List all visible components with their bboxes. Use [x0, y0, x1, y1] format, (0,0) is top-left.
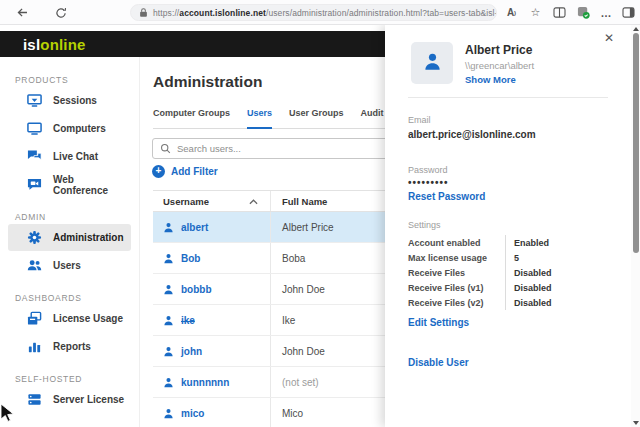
gear-icon: [27, 230, 42, 245]
sidebar-item-label: Web Conference: [53, 174, 131, 196]
detail-user-domain: \\greencar\albert: [465, 60, 534, 71]
extension-button[interactable]: [575, 4, 592, 21]
sidebar-item-server-license[interactable]: Server License: [8, 386, 131, 413]
user-person-icon: [163, 377, 174, 388]
username-link[interactable]: ike: [181, 315, 195, 326]
reset-password-link[interactable]: Reset Password: [408, 191, 485, 202]
sidebar-item-license-usage[interactable]: License Usage: [8, 305, 131, 332]
setting-row: Receive Files (v1) Disabled: [408, 280, 610, 295]
column-header-username[interactable]: Username: [153, 196, 270, 207]
page-scrollbar[interactable]: [631, 25, 640, 427]
search-icon: [160, 140, 171, 158]
scrollbar-thumb[interactable]: [633, 33, 639, 253]
read-aloud-button[interactable]: A: [503, 4, 520, 21]
tab-audit[interactable]: Audit: [361, 108, 384, 128]
add-filter-label: Add Filter: [171, 166, 218, 177]
username-link[interactable]: john: [181, 346, 202, 357]
avatar: [411, 42, 453, 84]
sidebar-item-live-chat[interactable]: Live Chat: [8, 143, 131, 170]
sidebar-item-label: Computers: [53, 123, 106, 134]
tab-computer-groups[interactable]: Computer Groups: [153, 108, 230, 128]
extension-check-icon: [577, 6, 590, 19]
sidebar-item-sessions[interactable]: Sessions: [8, 87, 131, 114]
user-person-icon: [163, 408, 174, 419]
refresh-button[interactable]: [52, 4, 69, 21]
reports-icon: [27, 339, 42, 354]
show-more-link[interactable]: Show More: [465, 74, 516, 85]
username-link[interactable]: kunnnnnn: [181, 377, 229, 388]
sidebar-nav: PRODUCTS Sessions Computers Live Chat We…: [0, 57, 140, 427]
sessions-icon: [27, 93, 42, 108]
password-mask: •••••••••: [408, 177, 449, 188]
address-bar[interactable]: https://account.islonline.net/users/admi…: [130, 4, 497, 21]
email-value: albert.price@islonline.com: [408, 129, 536, 140]
setting-row: Receive Files (v2) Disabled: [408, 295, 610, 310]
sidebar-panel-button[interactable]: [620, 4, 637, 21]
add-filter-plus-icon: +: [152, 165, 165, 178]
username-link[interactable]: mico: [181, 408, 204, 419]
sidebar-section-dashboards: DASHBOARDS: [0, 293, 139, 304]
screen: https://account.islonline.net/users/admi…: [0, 0, 640, 427]
url-text: https://account.islonline.net/users/admi…: [153, 8, 497, 18]
sidebar-item-label: Live Chat: [53, 151, 98, 162]
page-title: Administration: [153, 73, 262, 91]
disable-user-link[interactable]: Disable User: [408, 357, 469, 368]
setting-row: Account enabled Enabled: [408, 235, 610, 250]
app-viewport: islonline PRODUCTS Sessions Computers Li…: [0, 25, 640, 427]
user-person-icon: [163, 222, 174, 233]
edit-settings-link[interactable]: Edit Settings: [408, 317, 469, 328]
favorites-button[interactable]: ☆: [527, 4, 544, 21]
sidebar-item-users[interactable]: Users: [8, 252, 131, 279]
more-options-button[interactable]: …: [598, 4, 615, 21]
scrollbar-up-arrow-icon[interactable]: [633, 27, 639, 31]
sidebar-item-administration[interactable]: Administration: [8, 224, 131, 251]
username-link[interactable]: Bob: [181, 253, 200, 264]
tab-users[interactable]: Users: [247, 108, 272, 129]
live-chat-icon: [27, 149, 42, 164]
lock-icon[interactable]: [139, 4, 148, 21]
sidebar-item-web-conference[interactable]: Web Conference: [8, 171, 131, 198]
web-conference-icon: [27, 177, 42, 192]
user-person-icon: [163, 253, 174, 264]
sidebar-item-label: Users: [53, 260, 81, 271]
setting-row: Max license usage 5: [408, 250, 610, 265]
refresh-icon: [55, 7, 67, 19]
computers-icon: [27, 121, 42, 136]
username-link[interactable]: albert: [181, 222, 208, 233]
back-button[interactable]: [14, 4, 31, 21]
username-link[interactable]: bobbb: [181, 284, 212, 295]
mouse-cursor: [0, 403, 15, 427]
settings-label: Settings: [408, 220, 441, 230]
user-person-icon: [163, 284, 174, 295]
favorites-star-icon: ☆: [531, 6, 541, 19]
users-icon: [27, 258, 42, 273]
sort-ascending-icon[interactable]: [249, 196, 258, 207]
split-screen-button[interactable]: [551, 4, 568, 21]
tab-user-groups[interactable]: User Groups: [289, 108, 344, 128]
close-icon[interactable]: ✕: [604, 31, 614, 45]
sidebar-item-label: Sessions: [53, 95, 97, 106]
islonline-logo[interactable]: islonline: [23, 31, 86, 57]
sidebar-section-self-hosted: SELF-HOSTED: [0, 374, 139, 385]
scrollbar-down-arrow-icon[interactable]: [633, 421, 639, 425]
sidebar-item-label: Server License: [53, 394, 124, 405]
password-label: Password: [408, 165, 448, 175]
detail-user-name: Albert Price: [465, 43, 532, 57]
add-filter-button[interactable]: + Add Filter: [152, 165, 218, 178]
user-person-icon: [163, 346, 174, 357]
sidebar-panel-icon: [622, 7, 635, 18]
email-label: Email: [408, 115, 431, 125]
server-icon: [27, 392, 42, 407]
user-detail-panel: ✕ Albert Price \\greencar\albert Show Mo…: [385, 25, 640, 427]
sidebar-item-computers[interactable]: Computers: [8, 115, 131, 142]
browser-toolbar: https://account.islonline.net/users/admi…: [0, 0, 640, 25]
user-person-icon: [423, 52, 442, 75]
more-options-icon: …: [601, 7, 613, 19]
sidebar-item-label: Reports: [53, 341, 91, 352]
read-aloud-icon: A: [507, 7, 514, 18]
sidebar-item-label: License Usage: [53, 313, 123, 324]
sidebar-item-reports[interactable]: Reports: [8, 333, 131, 360]
sidebar-item-label: Administration: [53, 232, 124, 243]
back-arrow-icon: [16, 6, 29, 19]
user-person-icon: [163, 315, 174, 326]
